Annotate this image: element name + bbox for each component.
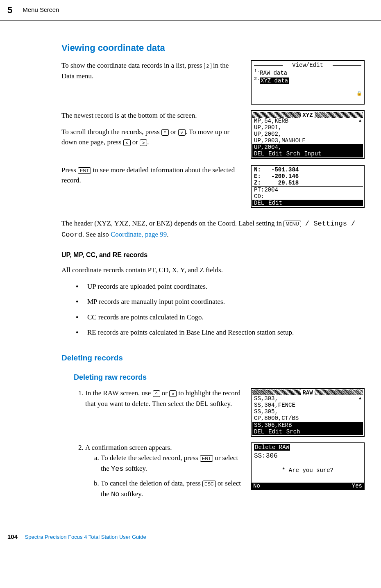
lcd-view-edit: View/Edit 1.RAW data 2.XYZ data 🔒 [251,60,365,105]
lcd-raw-list: RAW SS,303, SS,304,FENCE SS,305, CP,8000… [251,388,365,437]
key-down: v [178,129,186,136]
chapter-number: 5 [7,3,12,17]
para-viewing-4: Press ENT to see more detailed informati… [61,165,243,186]
key-right: > [140,139,147,146]
page-footer: 104 Spectra Precision Focus 4 Total Stat… [0,526,381,547]
heading-deleting-raw: Deleting raw records [74,372,365,383]
scroll-up-icon: ▲ [359,119,361,123]
para-records: All coordinate records contain PT, CD, X… [61,265,365,276]
key-2: 2 [204,63,211,69]
list-item: MP records are manually input point coor… [76,296,365,307]
lcd-detail: N: -501.384 E: -200.146 Z: 29.518 PT:200… [251,165,365,208]
list-item: CC records are points calculated in Cogo… [76,312,365,323]
step-1: In the RAW screen, use ^ or v to highlig… [85,388,243,409]
chapter-title: Menu Screen [23,5,59,15]
lcd-delete-confirm: Delete RAW SS:306 * Are you sure? No Yes [251,442,365,490]
lcd-xyz-list: XYZ MP,54,KERB UP,2001, UP,2002, UP,2003… [251,110,365,159]
link-coordinate[interactable]: Coordinate, page 99 [111,230,167,238]
key-up: ^ [161,129,169,136]
page-header: 5 Menu Screen [0,0,381,21]
page-number: 104 [7,533,18,540]
footer-text: Spectra Precision Focus 4 Total Station … [25,534,146,540]
heading-records: UP, MP, CC, and RE records [61,250,365,260]
records-list: UP records are uploaded point coordinate… [76,281,365,338]
key-up: ^ [153,390,160,397]
step-2b: To cancel the deletion of data, press ES… [101,478,243,499]
key-esc: ESC [202,481,216,487]
key-down: v [169,390,177,397]
para-viewing-2: The newest record is at the bottom of th… [61,110,243,121]
list-item: UP records are uploaded point coordinate… [76,281,365,292]
key-ent: ENT [78,167,91,174]
para-viewing-1: To show the coordinate data records in a… [61,60,243,81]
step-2: A confirmation screen appears. To delete… [85,442,243,500]
key-menu: MENU [283,221,301,227]
lock-icon: 🔒 [356,91,362,96]
para-viewing-3: To scroll through the records, press ^ o… [61,127,243,148]
para-viewing-5: The header (XYZ, YXZ, NEZ, or ENZ) depen… [61,218,365,240]
key-left: < [123,139,131,146]
step-2a: To delete the selected record, press ENT… [101,453,243,474]
softkeys: DEL Edit Srch Input [252,150,363,157]
page-content: Viewing coordinate data To show the coor… [0,21,381,526]
key-ent: ENT [200,455,213,462]
list-item: RE records are points calculated in Base… [76,327,365,338]
heading-viewing: Viewing coordinate data [61,41,365,55]
scroll-up-icon: ▲ [359,396,361,401]
heading-deleting: Deleting records [61,352,365,364]
